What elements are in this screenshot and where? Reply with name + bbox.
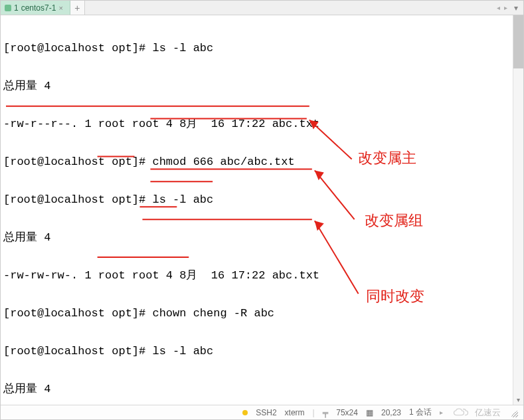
terminal-line: [root@localhost opt]# ls -l abc [3,345,521,358]
terminal-line: [root@localhost opt]# chmod 666 abc/abc.… [3,156,521,168]
tab-title: centos7-1 [21,3,56,13]
terminal-line: -rw-rw-rw-. 1 root root 4 8月 16 17:22 ab… [3,269,521,282]
tab-nav-next-icon[interactable]: ▸ [504,4,507,11]
terminal-wrap: [root@localhost opt]# ls -l abc 总用量 4 -r… [1,15,523,405]
terminal-line: [root@localhost opt]# ls -l abc [3,42,521,54]
terminal-line: 总用量 4 [3,80,521,92]
terminal-line: [root@localhost opt]# ls -l abc [3,193,521,206]
terminal[interactable]: [root@localhost opt]# ls -l abc 总用量 4 -r… [1,15,523,420]
tab-status-icon [5,5,11,11]
tab-bar: 1 centos7-1 × + ◂ ▸ ▾ [1,1,523,15]
tab-menu-icon[interactable]: ▾ [511,3,521,13]
terminal-line: [root@localhost opt]# chown cheng -R abc [3,307,521,320]
new-tab-button[interactable]: + [70,1,85,15]
close-icon[interactable]: × [58,4,62,12]
terminal-line: 总用量 4 [3,231,521,244]
tab-nav: ◂ ▸ ▾ [494,1,523,15]
terminal-line: -rw-r--r--. 1 root root 4 8月 16 17:22 ab… [3,118,521,130]
tab-index: 1 [14,3,19,13]
terminal-line: 总用量 4 [3,383,521,395]
tab-nav-prev-icon[interactable]: ◂ [497,4,500,11]
tab-centos7-1[interactable]: 1 centos7-1 × [1,1,70,15]
